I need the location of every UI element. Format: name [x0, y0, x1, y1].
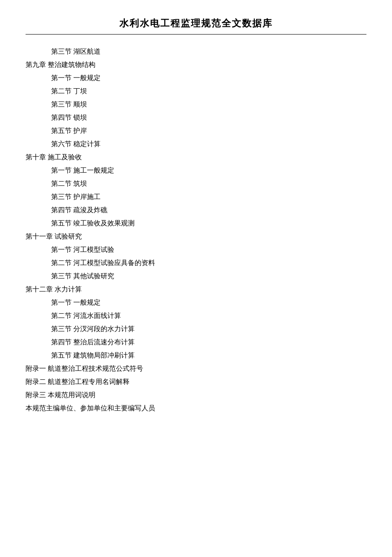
toc-item-text: 第五节 护岸: [51, 127, 87, 134]
toc-item-text: 第二节 河流水面线计算: [51, 312, 121, 319]
toc-item-text: 第五节 竣工验收及效果观测: [51, 219, 135, 227]
page-title: 水利水电工程监理规范全文数据库: [26, 17, 366, 30]
toc-item-text: 第一节 施工一般规定: [51, 167, 114, 174]
list-item[interactable]: 第五节 护岸: [26, 124, 366, 137]
toc-item-text: 附录二 航道整治工程专用名词解释: [26, 378, 130, 385]
list-item[interactable]: 第二节 筑坝: [26, 177, 366, 190]
toc-item-text: 第三节 其他试验研究: [51, 272, 114, 280]
toc-item-text: 第五节 建筑物局部冲刷计算: [51, 352, 135, 359]
list-item[interactable]: 第二节 河流水面线计算: [26, 309, 366, 322]
page-container: 水利水电工程监理规范全文数据库 第三节 湖区航道第九章 整治建筑物结构第一节 一…: [0, 0, 392, 557]
list-item[interactable]: 第十章 施工及验收: [26, 150, 366, 164]
list-item[interactable]: 第四节 整治后流速分布计算: [26, 335, 366, 349]
toc-item-text: 第四节 锁坝: [51, 114, 87, 121]
toc-item-text: 附录一 航道整治工程技术规范公式符号: [26, 365, 143, 372]
list-item[interactable]: 第三节 分汊河段的水力计算: [26, 322, 366, 335]
list-item[interactable]: 本规范主编单位、参加单位和主要编写人员: [26, 401, 366, 415]
list-item[interactable]: 第一节 一般规定: [26, 296, 366, 309]
list-item[interactable]: 第五节 建筑物局部冲刷计算: [26, 349, 366, 362]
toc-item-text: 第三节 分汊河段的水力计算: [51, 325, 135, 332]
title-divider: [26, 34, 366, 35]
list-item[interactable]: 第三节 顺坝: [26, 98, 366, 111]
toc-item-text: 第三节 湖区航道: [51, 48, 101, 55]
list-item[interactable]: 附录一 航道整治工程技术规范公式符号: [26, 362, 366, 375]
toc-item-text: 第九章 整治建筑物结构: [26, 61, 95, 68]
toc-item-text: 第一节 一般规定: [51, 74, 101, 81]
toc-item-text: 本规范主编单位、参加单位和主要编写人员: [26, 404, 155, 412]
toc-item-text: 第二节 河工模型试验应具备的资料: [51, 259, 155, 266]
list-item[interactable]: 附录二 航道整治工程专用名词解释: [26, 375, 366, 388]
list-item[interactable]: 附录三 本规范用词说明: [26, 388, 366, 401]
toc-item-text: 第三节 顺坝: [51, 101, 87, 108]
toc-item-text: 第四节 整治后流速分布计算: [51, 338, 135, 346]
list-item[interactable]: 第一节 一般规定: [26, 71, 366, 84]
list-item[interactable]: 第三节 护岸施工: [26, 190, 366, 203]
toc-item-text: 第三节 护岸施工: [51, 193, 101, 200]
list-item[interactable]: 第二节 河工模型试验应具备的资料: [26, 256, 366, 269]
list-item[interactable]: 第三节 其他试验研究: [26, 269, 366, 283]
toc-list: 第三节 湖区航道第九章 整治建筑物结构第一节 一般规定第二节 丁坝第三节 顺坝第…: [26, 45, 366, 415]
list-item[interactable]: 第九章 整治建筑物结构: [26, 58, 366, 71]
toc-item-text: 第一节 河工模型试验: [51, 246, 114, 253]
toc-item-text: 第四节 疏浚及炸礁: [51, 206, 107, 214]
toc-item-text: 第十二章 水力计算: [26, 286, 82, 293]
list-item[interactable]: 第一节 河工模型试验: [26, 243, 366, 256]
list-item[interactable]: 第五节 竣工验收及效果观测: [26, 216, 366, 230]
toc-item-text: 第十一章 试验研究: [26, 233, 82, 240]
list-item[interactable]: 第三节 湖区航道: [26, 45, 366, 58]
list-item[interactable]: 第二节 丁坝: [26, 84, 366, 98]
list-item[interactable]: 第十二章 水力计算: [26, 283, 366, 296]
list-item[interactable]: 第十一章 试验研究: [26, 230, 366, 243]
toc-item-text: 第六节 稳定计算: [51, 140, 101, 147]
toc-item-text: 第二节 筑坝: [51, 180, 87, 187]
list-item[interactable]: 第四节 锁坝: [26, 111, 366, 124]
list-item[interactable]: 第六节 稳定计算: [26, 137, 366, 150]
list-item[interactable]: 第四节 疏浚及炸礁: [26, 203, 366, 216]
toc-item-text: 第二节 丁坝: [51, 87, 87, 95]
list-item[interactable]: 第一节 施工一般规定: [26, 164, 366, 177]
toc-item-text: 第一节 一般规定: [51, 299, 101, 306]
toc-item-text: 第十章 施工及验收: [26, 153, 82, 161]
toc-item-text: 附录三 本规范用词说明: [26, 391, 95, 398]
